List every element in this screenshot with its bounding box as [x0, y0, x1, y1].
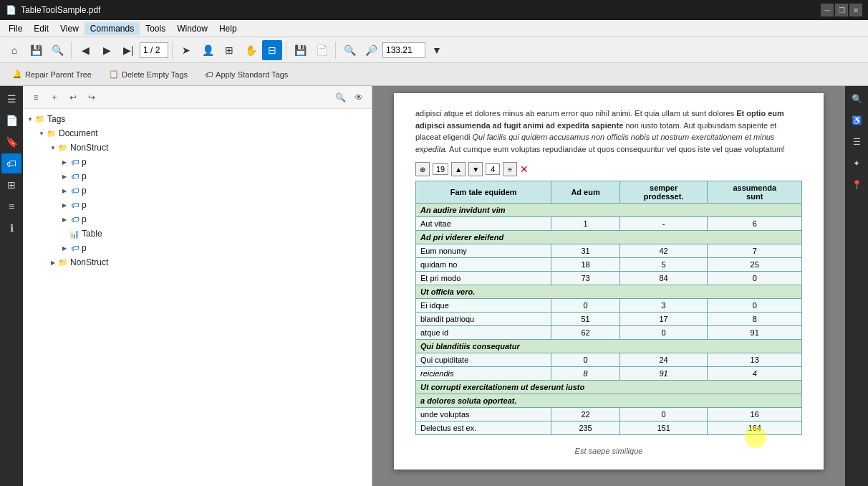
- separator-2: [172, 42, 173, 59]
- repair-parent-tree-button[interactable]: 🔔 Repair Parent Tree: [6, 67, 98, 82]
- minimize-button[interactable]: ─: [821, 4, 834, 16]
- table-label: Table: [82, 229, 102, 239]
- tree-nonstruct-2[interactable]: ▶ 📁 NonStruct: [23, 255, 372, 270]
- restore-button[interactable]: ❐: [835, 4, 848, 16]
- p6-arrow[interactable]: ▶: [60, 244, 69, 252]
- sidebar-icon-tags[interactable]: 🏷: [1, 153, 21, 173]
- table-ctrl-down[interactable]: ▼: [468, 162, 483, 176]
- search-tags-button[interactable]: 🔍: [332, 89, 349, 106]
- redo-tag-button[interactable]: ↪: [83, 89, 100, 106]
- close-button[interactable]: ✕: [849, 4, 862, 16]
- table-ctrl-close[interactable]: ✕: [520, 163, 529, 175]
- select-button[interactable]: ➤: [176, 40, 196, 60]
- p5-arrow[interactable]: ▶: [60, 215, 69, 224]
- search-toolbar-button[interactable]: 🔍: [47, 40, 67, 60]
- toggle-view-button[interactable]: 👁: [350, 89, 367, 106]
- menu-window[interactable]: Window: [171, 22, 213, 35]
- right-icon-location[interactable]: 📍: [847, 175, 867, 195]
- sidebar-icon-bookmarks[interactable]: 🔖: [1, 132, 21, 152]
- right-icon-search[interactable]: 🔍: [847, 89, 867, 109]
- save-button[interactable]: 💾: [26, 40, 46, 60]
- right-icon-star[interactable]: ✦: [847, 153, 867, 173]
- tree-p-4[interactable]: ▶ 🏷 p: [23, 198, 372, 212]
- next-page-button2[interactable]: ▶|: [118, 40, 138, 60]
- tree-p-3[interactable]: ▶ 🏷 p: [23, 184, 372, 198]
- p3-label: p: [82, 186, 87, 196]
- menu-view[interactable]: View: [54, 22, 85, 35]
- p1-tag-icon: 🏷: [69, 156, 80, 168]
- th-col3: semperprodesset.: [619, 181, 708, 204]
- zoom-out-button[interactable]: 🔍: [339, 40, 360, 60]
- save2-button[interactable]: 💾: [290, 40, 310, 60]
- tree-p-2[interactable]: ▶ 🏷 p: [23, 169, 372, 184]
- tags-panel: ≡ + ↩ ↪ 🔍 👁 ▼ 📁 Tags ▼ 📁 Document ▼: [23, 86, 372, 486]
- nonstruct2-arrow[interactable]: ▶: [49, 258, 57, 267]
- sidebar-icon-content[interactable]: ≡: [1, 196, 21, 216]
- menu-help[interactable]: Help: [213, 22, 243, 35]
- right-icon-layers[interactable]: ☰: [847, 132, 867, 152]
- p5-tag-icon: 🏷: [69, 214, 80, 225]
- doc-button[interactable]: 📄: [312, 40, 332, 60]
- data-row-reiciendis: reiciendis 8 91 4: [416, 367, 802, 381]
- table-ctrl-list[interactable]: ≡: [503, 162, 517, 176]
- table-ctrl-up[interactable]: ▲: [451, 162, 466, 176]
- menu-tools[interactable]: Tools: [140, 22, 171, 35]
- root-arrow[interactable]: ▼: [26, 115, 34, 123]
- main-layout: ☰ 📄 🔖 🏷 ⊞ ≡ ℹ ≡ + ↩ ↪ 🔍 👁 ▼ 📁 Tags: [0, 86, 868, 486]
- p2-arrow[interactable]: ▶: [60, 172, 69, 181]
- root-folder-icon: 📁: [34, 113, 46, 125]
- right-icon-accessibility[interactable]: ♿: [847, 110, 867, 130]
- table-button[interactable]: ⊟: [262, 40, 282, 60]
- sidebar-icon-menu[interactable]: ☰: [1, 89, 21, 109]
- tree-p-1[interactable]: ▶ 🏷 p: [23, 155, 372, 169]
- page-indicator[interactable]: 1 / 2: [140, 42, 168, 58]
- collapse-all-button[interactable]: ≡: [27, 89, 44, 106]
- sidebar-icon-pages[interactable]: 📄: [1, 110, 21, 130]
- tree-root-tags[interactable]: ▼ 📁 Tags: [23, 112, 372, 126]
- undo-tag-button[interactable]: ↩: [64, 89, 82, 106]
- table-ctrl-move[interactable]: ⊕: [415, 162, 430, 176]
- delete-empty-tags-button[interactable]: 📋 Delete Empty Tags: [102, 67, 194, 82]
- table-ctrl-num2: 4: [486, 163, 500, 175]
- menu-commands[interactable]: Commands: [85, 22, 140, 35]
- p6-label: p: [82, 243, 87, 253]
- nonstruct1-arrow[interactable]: ▼: [49, 143, 57, 152]
- stamp-button[interactable]: 👤: [198, 40, 218, 60]
- separator-4: [335, 42, 336, 59]
- p4-arrow[interactable]: ▶: [60, 201, 69, 209]
- p3-arrow[interactable]: ▶: [60, 186, 69, 195]
- section-row-5b: a dolores soluta oporteat.: [416, 394, 802, 408]
- sidebar-icon-info[interactable]: ℹ: [1, 218, 21, 238]
- cell-qui-col2: 0: [551, 353, 619, 367]
- app-icon: 📄: [6, 5, 16, 15]
- menu-edit[interactable]: Edit: [28, 22, 54, 35]
- home-button[interactable]: ⌂: [4, 40, 24, 60]
- hand-button[interactable]: ✋: [241, 40, 261, 60]
- table-arrow[interactable]: [60, 229, 69, 238]
- tree-p-6[interactable]: ▶ 🏷 p: [23, 241, 372, 255]
- menu-file[interactable]: File: [3, 22, 28, 35]
- apply-standard-tags-button[interactable]: 🏷 Apply Standard Tags: [198, 67, 294, 82]
- layers-button[interactable]: ⊞: [219, 40, 239, 60]
- add-tag-button[interactable]: +: [46, 89, 63, 106]
- zoom-box[interactable]: 133.21: [382, 42, 425, 58]
- p1-label: p: [82, 157, 87, 167]
- data-row-undevoluptas: unde voluptas 22 0 16: [416, 408, 802, 421]
- data-row-delectus: Delectus est ex. 235 151 164: [416, 421, 802, 435]
- tree-table[interactable]: 📊 Table: [23, 227, 372, 241]
- prev-page-button[interactable]: ◀: [75, 40, 95, 60]
- tree-nonstruct-1[interactable]: ▼ 📁 NonStruct: [23, 140, 372, 155]
- cell-reic-col4: 4: [708, 367, 802, 381]
- next-page-button[interactable]: ▶: [97, 40, 117, 60]
- sidebar-icon-layers[interactable]: ⊞: [1, 175, 21, 195]
- left-sidebar-icons: ☰ 📄 🔖 🏷 ⊞ ≡ ℹ: [0, 86, 23, 486]
- p1-arrow[interactable]: ▶: [60, 158, 69, 166]
- pdf-viewer[interactable]: adipisci atque et dolores minus ab earum…: [372, 86, 845, 486]
- zoom-in-button[interactable]: 🔎: [361, 40, 381, 60]
- cell-atque-col3: 0: [619, 326, 708, 340]
- tree-p-5[interactable]: ▶ 🏷 p: [23, 212, 372, 227]
- doc-arrow[interactable]: ▼: [37, 129, 46, 138]
- tree-document[interactable]: ▼ 📁 Document: [23, 126, 372, 140]
- zoom-dropdown[interactable]: ▼: [427, 40, 447, 60]
- section-label-5b: a dolores soluta oporteat.: [416, 394, 802, 408]
